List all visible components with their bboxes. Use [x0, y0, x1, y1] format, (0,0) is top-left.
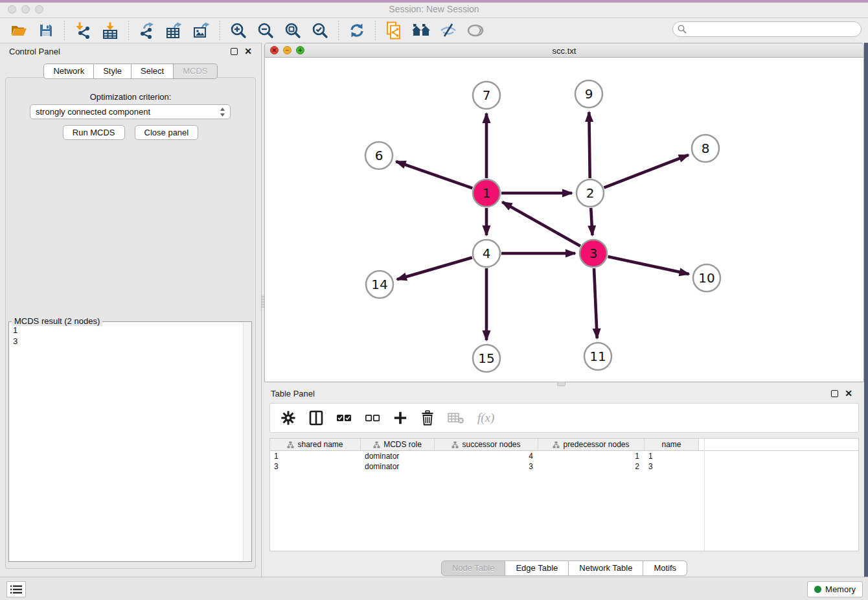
hide-selected-button[interactable]: [439, 21, 458, 40]
tab-network[interactable]: Network: [43, 63, 94, 79]
cell-predecessor-nodes[interactable]: 1: [538, 451, 645, 461]
memory-label: Memory: [825, 584, 856, 594]
result-scrollbar[interactable]: [243, 323, 251, 560]
graph-edge-4-14[interactable]: [397, 257, 472, 279]
cell-predecessor-nodes[interactable]: 2: [538, 461, 645, 472]
close-panel-icon[interactable]: ✕: [244, 48, 252, 55]
optimization-criterion-label: Optimization criterion:: [6, 92, 255, 102]
save-session-button[interactable]: [36, 21, 56, 40]
gear-icon: [280, 410, 296, 426]
apply-layout-button[interactable]: [347, 21, 367, 40]
control-panel-title: Control Panel: [9, 47, 60, 56]
network-view-window: ✕ − + scc.txt 1234678910111415: [264, 43, 864, 382]
tab-motifs[interactable]: Motifs: [643, 560, 687, 576]
column-view-button[interactable]: [309, 410, 323, 426]
float-table-panel-icon[interactable]: [831, 390, 838, 397]
first-neighbors-button[interactable]: [411, 21, 431, 40]
graph-edge-3-10[interactable]: [608, 257, 689, 274]
column-header-mcds-role[interactable]: MCDS role: [361, 439, 435, 450]
toolbar-separator: [128, 21, 129, 40]
zoom-fit-button[interactable]: [283, 21, 303, 40]
graph-edge-3-11[interactable]: [594, 268, 597, 338]
network-document-icon: [385, 21, 402, 40]
select-all-button[interactable]: [336, 413, 352, 422]
float-panel-icon[interactable]: [231, 48, 238, 55]
hierarchy-icon: [553, 441, 560, 448]
graph-node-label-6: 6: [375, 148, 383, 163]
run-mcds-button[interactable]: Run MCDS: [63, 125, 125, 140]
cell-mcds-role[interactable]: dominator: [361, 461, 435, 472]
search-input[interactable]: [672, 21, 862, 37]
cell-successor-nodes[interactable]: 4: [435, 451, 538, 461]
hierarchy-icon: [287, 441, 294, 448]
open-folder-icon: [10, 23, 27, 38]
cell-shared-name[interactable]: 3: [270, 461, 361, 472]
node-table[interactable]: shared name MCDS role successor nodes pr…: [269, 438, 859, 551]
tab-network-table[interactable]: Network Table: [569, 560, 643, 576]
show-all-button[interactable]: [466, 21, 485, 40]
function-builder-button[interactable]: f(x): [477, 411, 494, 425]
tab-node-table[interactable]: Node Table: [441, 560, 506, 576]
graph-edge-2-8[interactable]: [604, 155, 688, 188]
export-table-button[interactable]: [165, 21, 184, 40]
table-row[interactable]: 1 dominator 4 1 1: [270, 451, 858, 461]
close-panel-button[interactable]: Close panel: [135, 125, 199, 140]
graph-node-label-2: 2: [586, 185, 595, 201]
zoom-out-button[interactable]: [256, 21, 275, 40]
column-header-predecessor-nodes[interactable]: predecessor nodes: [538, 439, 645, 450]
column-header-shared-name[interactable]: shared name: [270, 439, 361, 450]
cell-name[interactable]: 1: [645, 451, 699, 461]
mcds-result-line: 3: [13, 336, 247, 347]
import-table-button[interactable]: [100, 21, 120, 40]
open-session-button[interactable]: [9, 21, 29, 40]
tab-mcds[interactable]: MCDS: [174, 63, 217, 79]
import-network-button[interactable]: [73, 21, 93, 40]
graph-node-label-14: 14: [371, 277, 387, 292]
column-header-name[interactable]: name: [645, 439, 699, 450]
network-canvas[interactable]: 1234678910111415: [265, 58, 863, 382]
table-row[interactable]: 3 dominator 3 2 3: [270, 461, 858, 472]
cell-shared-name[interactable]: 1: [270, 451, 361, 461]
graph-edge-1-6[interactable]: [396, 161, 472, 188]
zoom-selected-button[interactable]: [310, 21, 330, 40]
titlebar: Session: New Session: [0, 0, 868, 18]
mcds-result-line: 1: [13, 325, 247, 336]
zoom-in-button[interactable]: [229, 21, 248, 40]
delete-column-button[interactable]: [420, 410, 435, 426]
add-column-button[interactable]: [393, 411, 407, 425]
zoom-fit-icon: [284, 22, 301, 39]
delete-table-button[interactable]: [448, 411, 464, 424]
tab-select[interactable]: Select: [131, 63, 174, 79]
export-image-button[interactable]: [192, 21, 211, 40]
cell-name[interactable]: 3: [645, 461, 699, 472]
new-network-from-selection-button[interactable]: [384, 21, 404, 40]
network-graph[interactable]: 1234678910111415: [265, 58, 863, 382]
graph-edge-2-3[interactable]: [591, 208, 592, 235]
deselect-all-button[interactable]: [365, 413, 380, 422]
memory-button[interactable]: Memory: [807, 581, 863, 597]
graph-edge-2-9[interactable]: [589, 112, 589, 178]
search-field-wrap: [672, 21, 862, 37]
trash-icon: [420, 410, 435, 426]
export-network-button[interactable]: [137, 21, 157, 40]
close-table-panel-icon[interactable]: ✕: [845, 390, 852, 397]
optimization-select[interactable]: strongly connected component: [30, 104, 231, 119]
tab-edge-table[interactable]: Edge Table: [505, 560, 569, 576]
column-divider: [704, 439, 705, 551]
zoom-in-icon: [230, 22, 247, 39]
table-settings-button[interactable]: [280, 410, 296, 426]
tab-style[interactable]: Style: [94, 63, 131, 79]
column-header-successor-nodes[interactable]: successor nodes: [435, 439, 538, 450]
network-window-titlebar[interactable]: ✕ − + scc.txt: [265, 43, 863, 58]
cell-mcds-role[interactable]: dominator: [361, 451, 435, 461]
task-history-button[interactable]: [6, 581, 26, 597]
mcds-result-text[interactable]: 1 3: [9, 322, 251, 349]
graph-edge-3-1[interactable]: [502, 202, 580, 246]
list-icon: [10, 585, 22, 594]
graph-node-label-3: 3: [589, 246, 598, 261]
cell-successor-nodes[interactable]: 3: [435, 461, 538, 472]
graph-node-label-15: 15: [478, 351, 494, 366]
graph-node-label-10: 10: [698, 270, 714, 286]
horizontal-splitter-handle[interactable]: [557, 382, 565, 386]
unchecked-boxes-icon: [365, 413, 380, 422]
